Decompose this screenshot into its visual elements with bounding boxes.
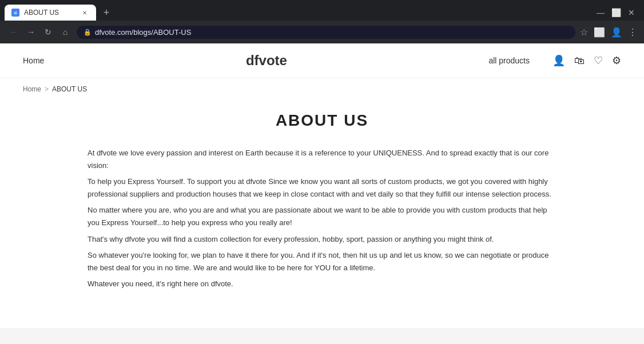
page-title: ABOUT US [88, 111, 556, 130]
reload-button[interactable]: ↻ [41, 25, 55, 39]
close-window-button[interactable]: ✕ [628, 8, 635, 17]
menu-button[interactable]: ⋮ [628, 27, 637, 38]
about-text: At dfvote we love every passion and inte… [88, 147, 556, 290]
site-logo: dfvote [246, 53, 287, 69]
breadcrumb: Home > ABOUT US [0, 78, 644, 100]
account-icon[interactable]: 👤 [552, 54, 565, 67]
lock-icon: 🔒 [84, 29, 92, 36]
window-controls: — ⬜ ✕ [597, 8, 639, 17]
about-para-3: No matter where you are, who you are and… [88, 204, 556, 229]
about-para-1: At dfvote we love every passion and inte… [88, 147, 556, 172]
website: Home dfvote all products 👤 🛍 ♡ ⚙ Home > … [0, 43, 644, 344]
maximize-button[interactable]: ⬜ [611, 8, 621, 17]
main-content: ABOUT US At dfvote we love every passion… [65, 100, 579, 317]
tab-label: ABOUT US [24, 9, 75, 17]
minimize-button[interactable]: — [597, 8, 605, 17]
breadcrumb-separator: > [45, 85, 49, 93]
active-tab[interactable]: d ABOUT US ✕ [5, 5, 96, 21]
browser-chrome: d ABOUT US ✕ + — ⬜ ✕ ← → ↻ ⌂ 🔒 dfvote.co… [0, 0, 644, 43]
about-para-6: Whatever you need, it's right here on df… [88, 278, 556, 290]
url-text: dfvote.com/blogs/ABOUT-US [95, 28, 191, 37]
nav-right-links: all products [488, 56, 530, 65]
breadcrumb-home[interactable]: Home [23, 85, 41, 93]
bag-icon[interactable]: 🛍 [574, 55, 585, 67]
header-icons: 👤 🛍 ♡ ⚙ [552, 54, 621, 67]
tab-favicon: d [11, 9, 19, 17]
nav-home-link[interactable]: Home [23, 56, 44, 65]
about-para-4: That's why dfvote you will find a custom… [88, 233, 556, 246]
site-footer: MENU Home all products Support ABOUT US … [0, 328, 644, 344]
back-button[interactable]: ← [7, 25, 21, 39]
site-header: Home dfvote all products 👤 🛍 ♡ ⚙ [0, 43, 644, 78]
tab-bar: d ABOUT US ✕ + — ⬜ ✕ [0, 0, 644, 21]
nav-products-link[interactable]: all products [488, 56, 530, 65]
home-button[interactable]: ⌂ [58, 25, 72, 39]
forward-button[interactable]: → [24, 25, 38, 39]
address-bar: ← → ↻ ⌂ 🔒 dfvote.com/blogs/ABOUT-US ☆ ⬜ … [0, 21, 644, 43]
bookmark-button[interactable]: ☆ [580, 27, 588, 38]
extensions-button[interactable]: ⬜ [594, 27, 605, 38]
address-input[interactable]: 🔒 dfvote.com/blogs/ABOUT-US [77, 26, 575, 39]
nav-left: Home [23, 56, 44, 65]
new-tab-button[interactable]: + [98, 5, 114, 21]
about-para-2: To help you Express Yourself. To support… [88, 175, 556, 201]
wishlist-icon[interactable]: ♡ [594, 54, 603, 67]
settings-icon[interactable]: ⚙ [612, 54, 621, 67]
breadcrumb-current: ABOUT US [52, 85, 87, 93]
about-para-5: So whatever you're looking for, we plan … [88, 249, 556, 274]
toolbar-right: ☆ ⬜ 👤 ⋮ [580, 27, 637, 38]
nav-buttons: ← → ↻ ⌂ [7, 25, 72, 39]
tab-close-button[interactable]: ✕ [80, 8, 89, 17]
profile-button[interactable]: 👤 [611, 27, 622, 38]
